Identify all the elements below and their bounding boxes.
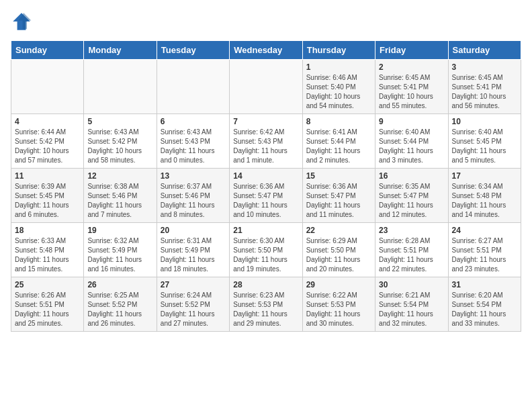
calendar-cell: 4Sunrise: 6:44 AM Sunset: 5:42 PM Daylig… bbox=[11, 114, 84, 169]
day-number: 18 bbox=[15, 226, 80, 235]
day-number: 21 bbox=[233, 226, 298, 235]
calendar-cell: 31Sunrise: 6:20 AM Sunset: 5:54 PM Dayli… bbox=[448, 277, 521, 332]
calendar-week-1: 1Sunrise: 6:46 AM Sunset: 5:40 PM Daylig… bbox=[11, 60, 521, 114]
day-number: 3 bbox=[452, 62, 517, 72]
day-number: 24 bbox=[452, 226, 517, 235]
day-header-tuesday: Tuesday bbox=[157, 41, 229, 60]
day-info: Sunrise: 6:21 AM Sunset: 5:54 PM Dayligh… bbox=[379, 291, 444, 328]
calendar-table: SundayMondayTuesdayWednesdayThursdayFrid… bbox=[11, 40, 521, 332]
day-info: Sunrise: 6:30 AM Sunset: 5:50 PM Dayligh… bbox=[233, 236, 298, 274]
day-info: Sunrise: 6:43 AM Sunset: 5:42 PM Dayligh… bbox=[87, 128, 152, 165]
calendar-cell: 29Sunrise: 6:22 AM Sunset: 5:53 PM Dayli… bbox=[302, 277, 375, 332]
calendar-cell: 12Sunrise: 6:38 AM Sunset: 5:46 PM Dayli… bbox=[84, 169, 157, 223]
day-number: 6 bbox=[161, 117, 226, 126]
day-number: 27 bbox=[161, 280, 226, 289]
calendar-week-4: 18Sunrise: 6:33 AM Sunset: 5:48 PM Dayli… bbox=[11, 223, 521, 277]
calendar-cell: 10Sunrise: 6:40 AM Sunset: 5:45 PM Dayli… bbox=[448, 114, 521, 169]
calendar-cell: 18Sunrise: 6:33 AM Sunset: 5:48 PM Dayli… bbox=[11, 223, 84, 277]
day-info: Sunrise: 6:20 AM Sunset: 5:54 PM Dayligh… bbox=[452, 291, 517, 328]
calendar-cell: 21Sunrise: 6:30 AM Sunset: 5:50 PM Dayli… bbox=[230, 223, 302, 277]
day-info: Sunrise: 6:39 AM Sunset: 5:45 PM Dayligh… bbox=[15, 182, 80, 220]
day-number: 31 bbox=[452, 280, 517, 289]
day-info: Sunrise: 6:29 AM Sunset: 5:50 PM Dayligh… bbox=[306, 236, 371, 274]
day-number: 28 bbox=[233, 280, 298, 289]
calendar-cell: 30Sunrise: 6:21 AM Sunset: 5:54 PM Dayli… bbox=[375, 277, 448, 332]
calendar-cell: 5Sunrise: 6:43 AM Sunset: 5:42 PM Daylig… bbox=[84, 114, 157, 169]
day-info: Sunrise: 6:25 AM Sunset: 5:52 PM Dayligh… bbox=[87, 291, 152, 328]
calendar-cell: 23Sunrise: 6:28 AM Sunset: 5:51 PM Dayli… bbox=[375, 223, 448, 277]
day-header-sunday: Sunday bbox=[11, 41, 84, 60]
day-header-saturday: Saturday bbox=[448, 41, 521, 60]
day-info: Sunrise: 6:32 AM Sunset: 5:49 PM Dayligh… bbox=[87, 236, 152, 274]
calendar-cell: 26Sunrise: 6:25 AM Sunset: 5:52 PM Dayli… bbox=[84, 277, 157, 332]
calendar-week-5: 25Sunrise: 6:26 AM Sunset: 5:51 PM Dayli… bbox=[11, 277, 521, 332]
logo-icon bbox=[11, 11, 32, 32]
day-info: Sunrise: 6:37 AM Sunset: 5:46 PM Dayligh… bbox=[161, 182, 226, 220]
day-header-friday: Friday bbox=[375, 41, 448, 60]
calendar-cell: 20Sunrise: 6:31 AM Sunset: 5:49 PM Dayli… bbox=[157, 223, 229, 277]
day-info: Sunrise: 6:24 AM Sunset: 5:52 PM Dayligh… bbox=[161, 291, 226, 328]
day-number: 19 bbox=[87, 226, 152, 235]
day-info: Sunrise: 6:27 AM Sunset: 5:51 PM Dayligh… bbox=[452, 236, 517, 274]
day-info: Sunrise: 6:45 AM Sunset: 5:41 PM Dayligh… bbox=[452, 73, 517, 111]
day-number: 9 bbox=[379, 117, 444, 126]
calendar-week-3: 11Sunrise: 6:39 AM Sunset: 5:45 PM Dayli… bbox=[11, 169, 521, 223]
calendar-cell: 9Sunrise: 6:40 AM Sunset: 5:44 PM Daylig… bbox=[375, 114, 448, 169]
calendar-cell bbox=[157, 60, 229, 114]
calendar-cell: 22Sunrise: 6:29 AM Sunset: 5:50 PM Dayli… bbox=[302, 223, 375, 277]
calendar-cell: 25Sunrise: 6:26 AM Sunset: 5:51 PM Dayli… bbox=[11, 277, 84, 332]
day-header-thursday: Thursday bbox=[302, 41, 375, 60]
day-number: 5 bbox=[87, 117, 152, 126]
calendar-cell: 14Sunrise: 6:36 AM Sunset: 5:47 PM Dayli… bbox=[230, 169, 302, 223]
day-number: 17 bbox=[452, 171, 517, 181]
calendar-cell: 13Sunrise: 6:37 AM Sunset: 5:46 PM Dayli… bbox=[157, 169, 229, 223]
calendar-cell: 8Sunrise: 6:41 AM Sunset: 5:44 PM Daylig… bbox=[302, 114, 375, 169]
calendar-cell bbox=[230, 60, 302, 114]
day-number: 26 bbox=[87, 280, 152, 289]
calendar-week-2: 4Sunrise: 6:44 AM Sunset: 5:42 PM Daylig… bbox=[11, 114, 521, 169]
day-number: 1 bbox=[306, 62, 371, 72]
calendar-cell bbox=[84, 60, 157, 114]
calendar-cell: 2Sunrise: 6:45 AM Sunset: 5:41 PM Daylig… bbox=[375, 60, 448, 114]
calendar-cell: 7Sunrise: 6:42 AM Sunset: 5:43 PM Daylig… bbox=[230, 114, 302, 169]
day-number: 7 bbox=[233, 117, 298, 126]
day-number: 22 bbox=[306, 226, 371, 235]
day-number: 16 bbox=[379, 171, 444, 181]
day-number: 12 bbox=[87, 171, 152, 181]
day-number: 4 bbox=[15, 117, 80, 126]
day-info: Sunrise: 6:34 AM Sunset: 5:48 PM Dayligh… bbox=[452, 182, 517, 220]
calendar-cell bbox=[11, 60, 84, 114]
calendar-cell: 16Sunrise: 6:35 AM Sunset: 5:47 PM Dayli… bbox=[375, 169, 448, 223]
day-number: 15 bbox=[306, 171, 371, 181]
calendar-cell: 19Sunrise: 6:32 AM Sunset: 5:49 PM Dayli… bbox=[84, 223, 157, 277]
day-number: 25 bbox=[15, 280, 80, 289]
day-info: Sunrise: 6:40 AM Sunset: 5:44 PM Dayligh… bbox=[379, 128, 444, 165]
day-info: Sunrise: 6:38 AM Sunset: 5:46 PM Dayligh… bbox=[87, 182, 152, 220]
day-info: Sunrise: 6:46 AM Sunset: 5:40 PM Dayligh… bbox=[306, 73, 371, 111]
day-info: Sunrise: 6:45 AM Sunset: 5:41 PM Dayligh… bbox=[379, 73, 444, 111]
day-header-monday: Monday bbox=[84, 41, 157, 60]
calendar-cell: 28Sunrise: 6:23 AM Sunset: 5:53 PM Dayli… bbox=[230, 277, 302, 332]
calendar-cell: 3Sunrise: 6:45 AM Sunset: 5:41 PM Daylig… bbox=[448, 60, 521, 114]
calendar-cell: 24Sunrise: 6:27 AM Sunset: 5:51 PM Dayli… bbox=[448, 223, 521, 277]
day-info: Sunrise: 6:31 AM Sunset: 5:49 PM Dayligh… bbox=[161, 236, 226, 274]
calendar-header-row: SundayMondayTuesdayWednesdayThursdayFrid… bbox=[11, 41, 521, 60]
svg-marker-0 bbox=[13, 13, 30, 30]
day-number: 13 bbox=[161, 171, 226, 181]
day-header-wednesday: Wednesday bbox=[230, 41, 302, 60]
day-info: Sunrise: 6:40 AM Sunset: 5:45 PM Dayligh… bbox=[452, 128, 517, 165]
calendar-cell: 27Sunrise: 6:24 AM Sunset: 5:52 PM Dayli… bbox=[157, 277, 229, 332]
calendar-cell: 1Sunrise: 6:46 AM Sunset: 5:40 PM Daylig… bbox=[302, 60, 375, 114]
day-info: Sunrise: 6:42 AM Sunset: 5:43 PM Dayligh… bbox=[233, 128, 298, 165]
day-info: Sunrise: 6:43 AM Sunset: 5:43 PM Dayligh… bbox=[161, 128, 226, 165]
calendar-cell: 11Sunrise: 6:39 AM Sunset: 5:45 PM Dayli… bbox=[11, 169, 84, 223]
calendar-cell: 6Sunrise: 6:43 AM Sunset: 5:43 PM Daylig… bbox=[157, 114, 229, 169]
day-info: Sunrise: 6:22 AM Sunset: 5:53 PM Dayligh… bbox=[306, 291, 371, 328]
day-number: 2 bbox=[379, 62, 444, 72]
logo bbox=[11, 11, 32, 32]
header bbox=[11, 11, 521, 32]
day-info: Sunrise: 6:35 AM Sunset: 5:47 PM Dayligh… bbox=[379, 182, 444, 220]
day-number: 14 bbox=[233, 171, 298, 181]
calendar-cell: 15Sunrise: 6:36 AM Sunset: 5:47 PM Dayli… bbox=[302, 169, 375, 223]
day-info: Sunrise: 6:36 AM Sunset: 5:47 PM Dayligh… bbox=[233, 182, 298, 220]
